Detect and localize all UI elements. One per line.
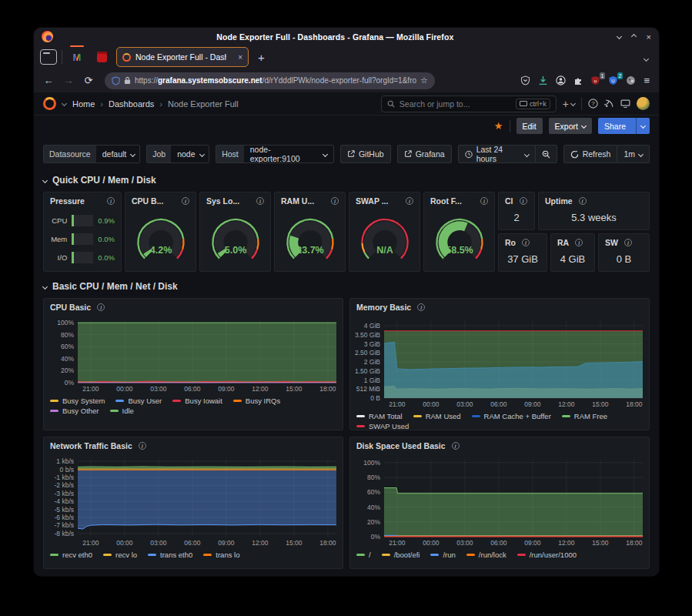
kiosk-monitor-icon[interactable] — [620, 99, 630, 109]
legend-item[interactable]: RAM Cache + Buffer — [472, 412, 551, 420]
news-rss-icon[interactable] — [604, 99, 614, 109]
grafana-logo-icon[interactable] — [43, 97, 56, 110]
list-tabs-icon[interactable] — [644, 50, 653, 64]
refresh-button[interactable]: Refresh — [563, 145, 618, 163]
legend-item[interactable]: / — [356, 551, 371, 559]
legend-item[interactable]: RAM Total — [356, 412, 403, 420]
legend-item[interactable]: SWAP Used — [356, 422, 409, 430]
firefox-view-icon[interactable] — [40, 49, 57, 65]
user-avatar[interactable] — [637, 97, 650, 110]
pocket-icon[interactable] — [520, 75, 530, 85]
legend-item[interactable]: /run/lock — [466, 551, 506, 559]
add-button[interactable]: + — [563, 98, 575, 110]
info-icon[interactable]: i — [406, 197, 413, 205]
panel-swap-total[interactable]: SWi 0 B — [598, 233, 650, 272]
favorite-star-icon[interactable]: ★ — [494, 120, 503, 132]
info-icon[interactable]: i — [575, 239, 583, 246]
refresh-interval-select[interactable]: 1m — [617, 145, 650, 163]
panel-ram-used[interactable]: RAM U...i 23.7% — [274, 192, 346, 272]
active-tab[interactable]: Node Exporter Full - Dashbo × — [116, 47, 249, 67]
network-traffic-chart[interactable]: 1 kb/s0 b/s-1 kb/s-2 kb/s-3 kb/s-4 kb/s-… — [44, 454, 343, 548]
gray-extension-icon[interactable] — [626, 75, 636, 85]
panel-network-traffic-basic[interactable]: Network Traffic Basici 1 kb/s0 b/s-1 kb/… — [43, 437, 343, 569]
back-button[interactable]: ← — [40, 75, 57, 86]
reload-button[interactable]: ⟳ — [80, 75, 97, 86]
legend-item[interactable]: Busy User — [115, 397, 162, 405]
info-icon[interactable]: i — [452, 442, 460, 450]
legend-item[interactable]: Idle — [110, 407, 134, 415]
section-quick-cpu-mem-disk[interactable]: Quick CPU / Mem / Disk — [43, 172, 650, 189]
legend-item[interactable]: recv lo — [103, 551, 137, 559]
extensions-puzzle-icon[interactable] — [573, 76, 583, 85]
time-range-picker[interactable]: Last 24 hours — [458, 145, 536, 163]
hamburger-menu-icon[interactable]: ≡ — [644, 75, 650, 86]
maximize-button[interactable] — [631, 34, 637, 39]
info-icon[interactable]: i — [522, 239, 530, 246]
legend-item[interactable]: trans eth0 — [148, 551, 192, 559]
info-icon[interactable]: i — [139, 442, 146, 450]
export-button[interactable]: Export — [549, 118, 592, 134]
org-switcher-chevron-icon[interactable] — [62, 101, 67, 106]
panel-swap-used[interactable]: SWAP ...i N/A — [349, 192, 420, 272]
share-button[interactable]: Share — [598, 118, 650, 134]
info-icon[interactable]: i — [480, 197, 488, 205]
panel-ram-total[interactable]: RAi 4 GiB — [550, 233, 595, 272]
ublock-extension-icon[interactable]: u 1 — [590, 75, 600, 85]
share-dropdown-chevron-icon[interactable] — [636, 118, 650, 134]
info-icon[interactable]: i — [97, 303, 105, 311]
panel-pressure[interactable]: Pressurei CPU0.9% Mem0.0% I/O0.0% — [43, 192, 122, 272]
panel-root-fs[interactable]: Root F...i 58.5% — [423, 192, 495, 272]
account-icon[interactable] — [556, 75, 566, 85]
panel-memory-basic[interactable]: Memory Basici 4 GiB3.50 GiB3 GiB2.50 GiB… — [349, 298, 650, 430]
info-icon[interactable]: i — [107, 197, 115, 205]
url-bar[interactable]: https://grafana.systemsobscure.net/d/rYd… — [105, 72, 435, 89]
info-icon[interactable]: i — [256, 197, 264, 205]
legend-item[interactable]: Busy Iowait — [172, 397, 222, 405]
breadcrumb-home[interactable]: Home — [72, 99, 95, 109]
info-icon[interactable]: i — [182, 197, 189, 205]
legend-item[interactable]: /run/user/1000 — [517, 551, 577, 559]
cpu-basic-chart[interactable]: 0%20%40%60%80%100%21:0000:0003:0006:0009… — [44, 316, 343, 394]
panel-uptime[interactable]: Uptimei 5.3 weeks — [538, 192, 650, 230]
legend-item[interactable]: Busy System — [50, 397, 105, 405]
panel-disk-space-used-basic[interactable]: Disk Space Used Basici 0%20%40%60%80%100… — [349, 437, 650, 569]
panel-cpu-busy[interactable]: CPU B...i 4.2% — [125, 192, 196, 272]
disk-space-chart[interactable]: 0%20%40%60%80%100%21:0000:0003:0006:0009… — [350, 454, 649, 548]
download-icon[interactable] — [538, 75, 548, 85]
section-basic-cpu-mem-net-disk[interactable]: Basic CPU / Mem / Net / Disk — [43, 278, 650, 295]
panel-sys-load[interactable]: Sys Lo...i 5.0% — [199, 192, 271, 272]
info-icon[interactable]: i — [624, 239, 632, 246]
bookmark-star-icon[interactable]: ☆ — [420, 75, 428, 85]
panel-cpu-basic[interactable]: CPU Basici 0%20%40%60%80%100%21:0000:000… — [43, 298, 343, 430]
memory-basic-chart[interactable]: 4 GiB3.50 GiB3 GiB2.50 GiB2 GiB1.50 GiB1… — [350, 316, 649, 410]
edit-button[interactable]: Edit — [516, 118, 543, 134]
legend-item[interactable]: recv eth0 — [50, 551, 92, 559]
legend-item[interactable]: RAM Used — [413, 412, 461, 420]
new-tab-button[interactable]: + — [253, 51, 269, 64]
info-icon[interactable]: i — [331, 197, 339, 205]
zoom-out-button[interactable] — [536, 145, 557, 163]
grafana-link-button[interactable]: Grafana — [397, 145, 452, 163]
datasource-variable[interactable]: Datasource default — [43, 145, 140, 163]
job-variable[interactable]: Job node — [146, 145, 209, 163]
legend-item[interactable]: Busy Other — [50, 407, 99, 415]
info-icon[interactable]: i — [417, 303, 425, 311]
breadcrumb-dashboards[interactable]: Dashboards — [109, 99, 154, 109]
search-input[interactable]: Search or jump to... ctrl+k — [381, 95, 557, 112]
blue-shield-extension-icon[interactable]: U 2 — [608, 75, 618, 85]
forward-button[interactable]: → — [60, 75, 77, 86]
close-button[interactable]: × — [647, 32, 651, 42]
host-variable[interactable]: Host node-exporter:9100 — [216, 145, 334, 163]
pinned-tab-gmail[interactable]: M — [67, 48, 87, 66]
tab-close-icon[interactable]: × — [238, 53, 242, 62]
legend-item[interactable]: /boot/efi — [382, 551, 420, 559]
github-link-button[interactable]: GitHub — [340, 145, 391, 163]
help-icon[interactable]: ? — [588, 99, 598, 109]
legend-item[interactable]: RAM Free — [562, 412, 607, 420]
info-icon[interactable]: i — [520, 197, 527, 205]
legend-item[interactable]: Busy IRQs — [233, 397, 280, 405]
legend-item[interactable]: trans lo — [203, 551, 239, 559]
panel-cpu-cores[interactable]: Cli 2 — [498, 192, 535, 230]
info-icon[interactable]: i — [579, 197, 587, 205]
legend-item[interactable]: /run — [430, 551, 455, 559]
